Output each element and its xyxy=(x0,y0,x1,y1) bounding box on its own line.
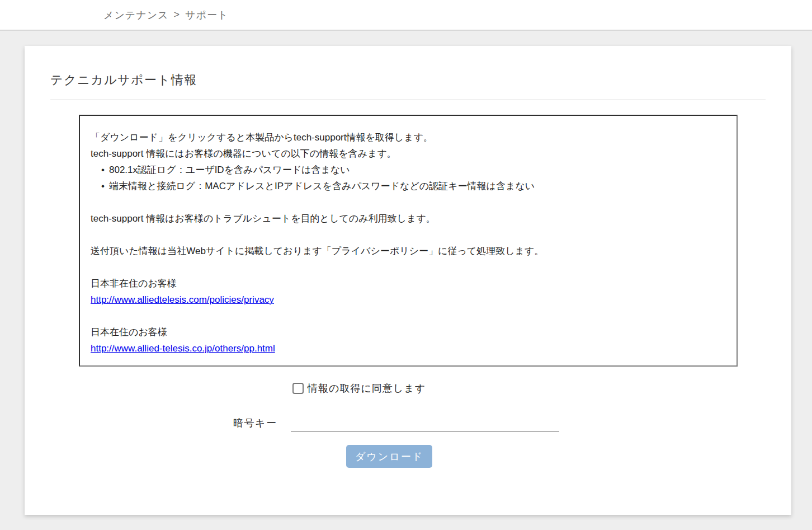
section-heading-japan: 日本在住のお客様 xyxy=(91,324,725,340)
content-card: テクニカルサポート情報 「ダウンロード」をクリックすると本製品からtech-su… xyxy=(25,46,791,515)
privacy-link-global[interactable]: http://www.alliedtelesis.com/policies/pr… xyxy=(91,294,274,305)
info-bullet-list: 802.1x認証ログ：ユーザIDを含みパスワードは含まない 端末情報と接続ログ：… xyxy=(91,162,725,194)
consent-row: 情報の取得に同意します xyxy=(292,382,426,395)
consent-checkbox[interactable] xyxy=(292,383,304,394)
breadcrumb: メンテナンス > サポート xyxy=(103,0,228,30)
info-usage-note: tech-support 情報はお客様のトラブルシュートを目的としてのみ利用致し… xyxy=(91,210,725,227)
title-divider xyxy=(50,99,766,100)
breadcrumb-item-maintenance[interactable]: メンテナンス xyxy=(103,8,169,22)
consent-label: 情報の取得に同意します xyxy=(308,382,426,395)
breadcrumb-separator: > xyxy=(174,9,181,21)
breadcrumb-item-support[interactable]: サポート xyxy=(185,8,228,22)
info-intro-line1: 「ダウンロード」をクリックすると本製品からtech-support情報を取得しま… xyxy=(91,129,725,146)
info-intro-line2: tech-support 情報にはお客様の機器についての以下の情報を含みます。 xyxy=(91,146,725,162)
bullet-item-auth-log: 802.1x認証ログ：ユーザIDを含みパスワードは含まない xyxy=(109,162,725,178)
bullet-item-device-log: 端末情報と接続ログ：MACアドレスとIPアドレスを含みパスワードなどの認証キー情… xyxy=(109,178,725,194)
download-button[interactable]: ダウンロード xyxy=(346,445,432,468)
section-heading-non-japan: 日本非在住のお客様 xyxy=(91,275,725,292)
top-bar: メンテナンス > サポート xyxy=(0,0,812,31)
encryption-key-input[interactable] xyxy=(291,414,559,432)
tech-support-info-box: 「ダウンロード」をクリックすると本製品からtech-support情報を取得しま… xyxy=(79,115,738,367)
info-privacy-note: 送付頂いた情報は当社Webサイトに掲載しております「プライバシーポリシー」に従っ… xyxy=(91,243,725,259)
privacy-link-japan[interactable]: http://www.allied-telesis.co.jp/others/p… xyxy=(91,343,275,354)
page-title: テクニカルサポート情報 xyxy=(50,72,197,88)
encryption-key-label: 暗号キー xyxy=(233,416,277,430)
